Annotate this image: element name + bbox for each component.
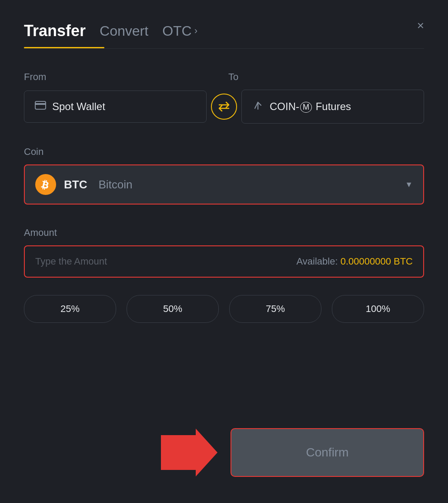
coin-dropdown-icon: ▼ — [405, 180, 413, 189]
modal-header: Transfer Convert OTC › — [24, 22, 424, 40]
to-label: To — [228, 71, 424, 83]
pct-100-button[interactable]: 100% — [332, 295, 424, 323]
svg-marker-2 — [161, 429, 217, 476]
from-wallet-selector[interactable]: Spot Wallet — [24, 91, 207, 123]
arrow-container — [24, 429, 231, 476]
swap-button[interactable] — [211, 94, 237, 120]
to-wallet-label: COIN-M Futures — [270, 101, 351, 113]
coin-label: Coin — [24, 146, 424, 158]
confirm-button[interactable]: Confirm — [231, 428, 424, 477]
from-to-section: From To Spot Wallet — [24, 71, 424, 124]
amount-input-box: Type the Amount Available: 0.00000000 BT… — [24, 245, 424, 278]
tab-transfer[interactable]: Transfer — [24, 22, 86, 40]
tab-otc[interactable]: OTC › — [162, 23, 197, 39]
transfer-modal: Transfer Convert OTC › × From To — [0, 0, 448, 503]
pct-25-button[interactable]: 25% — [24, 295, 116, 323]
wallet-icon — [35, 101, 46, 112]
swap-button-container — [207, 94, 241, 120]
svg-rect-1 — [35, 103, 46, 105]
from-to-labels: From To — [24, 71, 424, 83]
to-wallet-selector[interactable]: COIN-M Futures — [241, 90, 424, 124]
amount-section: Amount Type the Amount Available: 0.0000… — [24, 227, 424, 278]
coin-full-name: Bitcoin — [98, 178, 132, 191]
amount-label: Amount — [24, 227, 424, 238]
confirm-button-wrapper: Confirm — [231, 428, 424, 477]
coin-symbol: BTC — [64, 178, 87, 191]
header-divider — [24, 48, 424, 49]
otc-chevron-icon: › — [194, 25, 197, 37]
active-tab-underline — [24, 47, 104, 48]
tab-convert[interactable]: Convert — [100, 23, 148, 39]
pct-75-button[interactable]: 75% — [229, 295, 321, 323]
from-to-inputs: Spot Wallet COIN-M Futures — [24, 90, 424, 124]
confirm-area: Confirm — [24, 428, 424, 477]
btc-icon — [35, 174, 56, 195]
red-arrow-icon — [161, 429, 217, 476]
svg-rect-0 — [35, 101, 46, 109]
from-wallet-label: Spot Wallet — [52, 101, 105, 113]
amount-available: Available: 0.00000000 BTC — [297, 256, 413, 267]
futures-icon — [252, 100, 264, 114]
pct-50-button[interactable]: 50% — [127, 295, 219, 323]
close-button[interactable]: × — [417, 20, 424, 32]
from-label: From — [24, 71, 220, 83]
available-value: 0.00000000 BTC — [341, 256, 413, 267]
coin-selector[interactable]: BTC Bitcoin ▼ — [24, 164, 424, 205]
percentage-buttons: 25% 50% 75% 100% — [24, 295, 424, 323]
coin-section: Coin BTC Bitcoin ▼ — [24, 146, 424, 205]
amount-placeholder[interactable]: Type the Amount — [35, 256, 107, 267]
tab-underline-container — [24, 47, 424, 48]
